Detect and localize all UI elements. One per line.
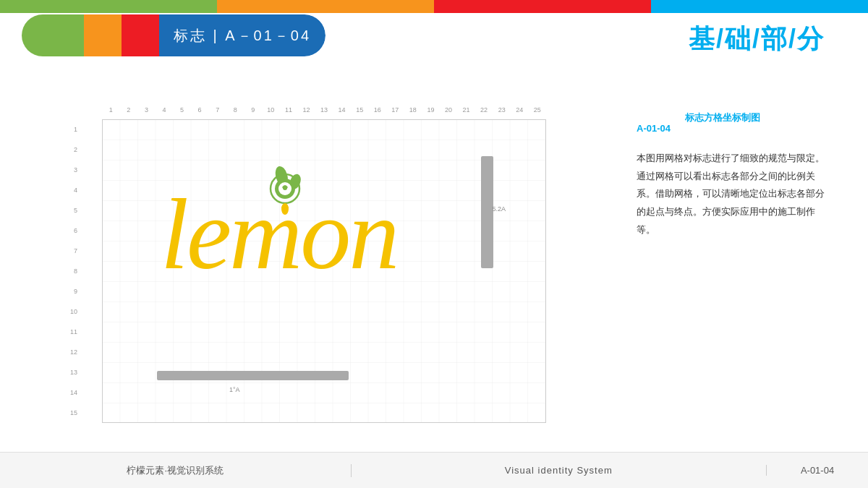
grid-col-num: 22	[475, 106, 493, 114]
pill-green	[22, 14, 84, 56]
footer-right-text: A-01-04	[767, 465, 868, 476]
grid-col-num: 9	[244, 106, 263, 114]
grid-col-num: 8	[226, 106, 244, 114]
lemon-logo: lemon	[161, 145, 407, 307]
grid-row-num: 7	[70, 241, 80, 261]
grid-col-num: 13	[315, 106, 333, 114]
grid-col-num: 18	[404, 106, 422, 114]
bar-red	[434, 0, 651, 13]
grid-row-num: 3	[70, 160, 80, 180]
grid-col-num: 24	[511, 106, 529, 114]
grid-col-num: 19	[422, 106, 440, 114]
grid-col-num: 11	[280, 106, 298, 114]
top-color-bar	[0, 0, 868, 13]
grid-col-num: 6	[191, 106, 209, 114]
svg-point-8	[283, 186, 287, 190]
grid-row-num: 9	[70, 281, 80, 301]
pill-blue: 标志 | A－01－04	[159, 14, 326, 56]
bar-green	[0, 0, 217, 13]
footer-middle-text: Visual identity System	[352, 465, 767, 476]
grid-col-num: 12	[297, 106, 315, 114]
grid-row-num: 12	[70, 342, 80, 362]
grid-row-num: 10	[70, 301, 80, 322]
grid-col-num: 17	[386, 106, 404, 114]
grid-row-num: 5	[70, 200, 80, 221]
banner-pill: 标志 | A－01－04	[22, 14, 326, 56]
grid-row-num: 2	[70, 140, 80, 160]
grid-col-num: 4	[156, 106, 174, 114]
info-code: A-01-04	[637, 123, 671, 134]
grid-box: lemon	[102, 119, 546, 423]
measure-bar-horizontal	[157, 371, 349, 380]
grid-col-num: 2	[120, 106, 138, 114]
lemon-svg: lemon	[161, 145, 407, 304]
grid-row-num: 4	[70, 180, 80, 200]
grid-row-num: 6	[70, 221, 80, 241]
grid-col-num: 16	[368, 106, 386, 114]
measure-label-horizontal: 1°A	[229, 386, 240, 393]
header-title: 基/础/部/分	[689, 22, 825, 57]
info-panel: A-01-04 标志方格坐标制图 本图用网格对标志进行了细致的规范与限定。通过网…	[622, 94, 868, 448]
grid-col-num: 15	[351, 106, 369, 114]
grid-row-num: 1	[70, 119, 80, 140]
grid-col-num: 5	[173, 106, 191, 114]
info-description: 本图用网格对标志进行了细致的规范与限定。通过网格可以看出标志各部分之间的比例关系…	[637, 150, 832, 239]
grid-col-num: 25	[529, 106, 547, 114]
info-title: 标志方格坐标制图	[685, 111, 760, 124]
info-header: A-01-04 标志方格坐标制图	[637, 108, 832, 138]
main-content: 1234567891011121314151617181920212223242…	[0, 94, 868, 448]
grid-col-num: 3	[137, 106, 156, 114]
grid-row-num: 11	[70, 322, 80, 342]
grid-col-num: 20	[440, 106, 458, 114]
grid-col-num: 14	[333, 106, 351, 114]
grid-col-num: 23	[493, 106, 511, 114]
pill-orange	[84, 14, 122, 56]
banner-label: 标志 | A－01－04	[159, 26, 326, 46]
grid-col-num: 21	[457, 106, 475, 114]
measure-bar-vertical	[481, 156, 493, 268]
grid-area: 1234567891011121314151617181920212223242…	[0, 94, 622, 448]
grid-col-num: 1	[102, 106, 120, 114]
grid-row-num: 13	[70, 362, 80, 382]
grid-col-num: 10	[262, 106, 280, 114]
footer: 柠檬元素·视觉识别系统 Visual identity System A-01-…	[0, 452, 868, 488]
footer-left-text: 柠檬元素·视觉识别系统	[0, 464, 352, 477]
grid-row-num: 15	[70, 403, 80, 423]
grid-top-numbers: 1234567891011121314151617181920212223242…	[83, 106, 546, 114]
measure-label-vertical: 5.2A	[492, 205, 506, 213]
grid-row-num: 8	[70, 261, 80, 281]
bar-orange	[217, 0, 434, 13]
grid-col-num: 7	[208, 106, 226, 114]
pill-red	[122, 14, 159, 56]
bar-blue	[651, 0, 868, 13]
grid-row-num: 14	[70, 382, 80, 403]
